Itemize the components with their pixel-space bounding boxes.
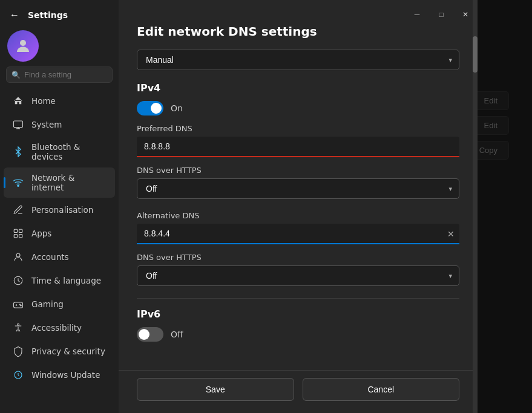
dns-mode-wrapper[interactable]: Automatic (DHCP) Manual ▾ xyxy=(137,50,459,70)
modal-body: Edit network DNS settings Automatic (DHC… xyxy=(119,24,478,370)
sidebar-item-accounts[interactable]: Accounts xyxy=(4,246,115,268)
avatar xyxy=(7,30,39,62)
ipv6-toggle-row: Off xyxy=(137,327,459,342)
sidebar-item-gaming[interactable]: Gaming xyxy=(4,293,115,316)
svg-point-11 xyxy=(21,305,22,307)
sidebar-item-label: Accounts xyxy=(31,252,69,262)
modal-title: Edit network DNS settings xyxy=(137,24,459,39)
sidebar-item-label: System xyxy=(31,120,62,129)
sidebar-item-label: Apps xyxy=(31,229,51,238)
ipv4-toggle-label: On xyxy=(171,103,183,113)
dns-https-label-2: DNS over HTTPS xyxy=(137,253,459,262)
cancel-button[interactable]: Cancel xyxy=(303,378,460,401)
sidebar-header: ← Settings xyxy=(0,0,119,28)
search-box[interactable]: 🔍 xyxy=(6,67,113,83)
sidebar-item-windows-update[interactable]: Windows Update xyxy=(4,363,115,386)
accessibility-icon xyxy=(12,322,24,334)
sidebar-item-privacy[interactable]: Privacy & security xyxy=(4,340,115,363)
sidebar-item-label: Privacy & security xyxy=(31,346,105,356)
clear-alternative-dns-button[interactable]: ✕ xyxy=(447,229,455,239)
alternative-dns-input[interactable] xyxy=(137,224,459,244)
svg-point-2 xyxy=(18,185,19,186)
bluetooth-icon xyxy=(12,146,24,158)
scrollbar[interactable] xyxy=(473,0,478,413)
svg-point-10 xyxy=(19,304,21,305)
sidebar-item-label: Home xyxy=(31,96,56,106)
personalisation-icon xyxy=(12,204,24,216)
sidebar-item-apps[interactable]: Apps xyxy=(4,222,115,245)
update-icon xyxy=(12,369,24,381)
time-icon xyxy=(12,275,24,287)
back-button[interactable]: ← xyxy=(7,8,22,22)
ipv6-section-title: IPv6 xyxy=(137,308,459,320)
svg-point-12 xyxy=(18,324,19,325)
main-content: O4 s network Off ▾ Edit Edit Copy ─ □ xyxy=(119,0,532,413)
svg-rect-1 xyxy=(14,121,23,128)
ipv6-toggle-label: Off xyxy=(171,330,183,339)
sidebar-item-label: Time & language xyxy=(31,276,101,285)
privacy-icon xyxy=(12,345,24,357)
alternative-dns-label: Alternative DNS xyxy=(137,211,459,220)
sidebar-nav: Home System Bluetooth & devices Network … xyxy=(0,89,119,387)
svg-rect-3 xyxy=(14,229,17,232)
svg-point-7 xyxy=(16,253,20,257)
sidebar-item-label: Network & internet xyxy=(31,173,107,192)
dns-https-label-1: DNS over HTTPS xyxy=(137,166,459,175)
search-icon: 🔍 xyxy=(11,71,21,79)
preferred-dns-input[interactable] xyxy=(137,137,459,157)
accounts-icon xyxy=(12,251,24,263)
dns-https-dropdown-2[interactable]: Off On (automatic template) On (manual t… xyxy=(137,265,459,286)
svg-rect-5 xyxy=(14,235,17,238)
sidebar-item-label: Bluetooth & devices xyxy=(31,142,107,161)
dns-https-select-1[interactable]: Off On (automatic template) On (manual t… xyxy=(137,178,459,199)
modal-titlebar: ─ □ ✕ xyxy=(119,0,478,24)
save-button[interactable]: Save xyxy=(137,378,294,401)
maximize-button[interactable]: □ xyxy=(429,5,453,24)
sidebar-item-bluetooth[interactable]: Bluetooth & devices xyxy=(4,137,115,167)
sidebar-item-label: Gaming xyxy=(31,299,64,309)
alternative-dns-wrapper: ✕ xyxy=(137,224,459,244)
ipv6-toggle-thumb xyxy=(139,329,149,340)
ipv4-toggle-row: On xyxy=(137,101,459,115)
home-icon xyxy=(12,95,24,107)
sidebar-item-label: Windows Update xyxy=(31,370,100,380)
sidebar-item-home[interactable]: Home xyxy=(4,89,115,112)
svg-rect-4 xyxy=(19,229,22,232)
scrollbar-thumb xyxy=(473,36,478,73)
sidebar-item-personalisation[interactable]: Personalisation xyxy=(4,198,115,221)
sidebar-item-accessibility[interactable]: Accessibility xyxy=(4,316,115,339)
search-input[interactable] xyxy=(24,70,107,79)
dns-settings-modal: ─ □ ✕ Edit network DNS settings Automati… xyxy=(119,0,478,413)
dns-mode-select[interactable]: Automatic (DHCP) Manual xyxy=(137,50,459,70)
ipv4-toggle[interactable] xyxy=(137,101,163,115)
gaming-icon xyxy=(12,298,24,310)
settings-title: Settings xyxy=(28,10,68,20)
sidebar-item-system[interactable]: System xyxy=(4,113,115,136)
system-icon xyxy=(12,119,24,131)
network-icon xyxy=(12,177,24,189)
preferred-dns-label: Preferred DNS xyxy=(137,124,459,133)
svg-rect-6 xyxy=(19,235,22,238)
dns-https-dropdown-1[interactable]: Off On (automatic template) On (manual t… xyxy=(137,178,459,199)
sidebar: ← Settings 🔍 Home System Bluetooth & dev… xyxy=(0,0,119,413)
toggle-thumb xyxy=(151,103,162,114)
apps-icon xyxy=(12,227,24,239)
sidebar-item-network[interactable]: Network & internet xyxy=(4,167,115,198)
modal-footer: Save Cancel xyxy=(119,370,478,413)
svg-point-0 xyxy=(20,40,26,46)
ipv6-toggle[interactable] xyxy=(137,327,163,342)
sidebar-item-label: Accessibility xyxy=(31,323,82,333)
preferred-dns-wrapper xyxy=(137,137,459,157)
dns-https-select-2[interactable]: Off On (automatic template) On (manual t… xyxy=(137,265,459,286)
ipv4-section-title: IPv4 xyxy=(137,82,459,94)
minimize-button[interactable]: ─ xyxy=(405,5,429,24)
sidebar-item-time[interactable]: Time & language xyxy=(4,269,115,292)
section-divider xyxy=(137,298,459,299)
sidebar-item-label: Personalisation xyxy=(31,205,93,215)
